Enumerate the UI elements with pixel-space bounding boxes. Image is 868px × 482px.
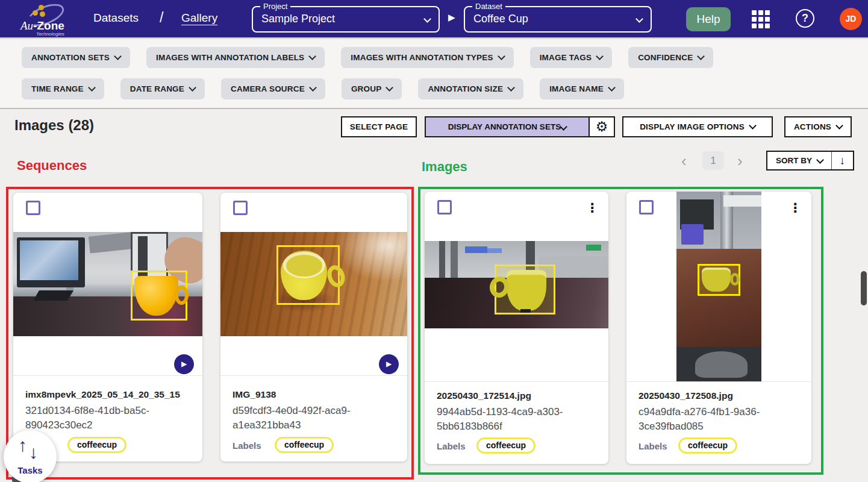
sequences-section-label: Sequences [17, 158, 87, 174]
bounding-box [276, 245, 340, 305]
project-select-value: Sample Project [261, 13, 335, 25]
sort-direction-icon[interactable]: ↓ [831, 152, 853, 169]
scene-laptop [33, 290, 73, 301]
display-annotation-sets-group: DISPLAY ANNOTATION SETS ⚙ [425, 116, 615, 137]
card-checkbox[interactable] [26, 201, 40, 215]
logo-wordmark: Au-Zone [20, 19, 64, 33]
bounding-box [698, 264, 740, 296]
coffee-cup [134, 276, 178, 316]
filter-camera-source[interactable]: CAMERA SOURCE [221, 78, 325, 99]
filter-row-1: ANNOTATION SETS IMAGES WITH ANNOTATION L… [22, 47, 713, 68]
select-page-button[interactable]: SELECT PAGE [341, 116, 417, 137]
filter-annotation-size[interactable]: ANNOTATION SIZE [418, 78, 523, 99]
project-select[interactable]: Project Sample Project [252, 6, 440, 33]
chevron-down-icon [608, 84, 616, 92]
scene-glare [336, 232, 407, 282]
arrow-down-icon: ↓ [29, 442, 38, 463]
filter-image-name[interactable]: IMAGE NAME [540, 78, 624, 99]
filter-images-with-annotation-labels[interactable]: IMAGES WITH ANNOTATION LABELS [146, 47, 325, 68]
card-uuid: c94a9dfa-a276-4fb1-9a36-3ce39fbad085 [639, 405, 800, 434]
card-checkbox[interactable] [437, 200, 452, 214]
dataset-select-value: Coffee Cup [473, 13, 528, 25]
thumbnail-image[interactable] [676, 192, 761, 381]
card-title: 20250430_172508.jpg [639, 390, 733, 401]
dataset-select[interactable]: Dataset Coffee Cup [464, 6, 652, 33]
sequence-card[interactable]: ▶ imx8mpevk_2025_05_14_20_35_15 321d0134… [13, 193, 202, 462]
chevron-down-icon [88, 84, 96, 92]
chevron-down-icon [698, 52, 705, 60]
actions-button[interactable]: ACTIONS [784, 116, 852, 137]
chevron-down-icon [498, 52, 505, 60]
filter-bar: ANNOTATION SETS IMAGES WITH ANNOTATION L… [0, 40, 868, 109]
card-uuid: 321d0134-6f8e-41db-ba5c-890423c30ec2 [25, 404, 192, 433]
breadcrumb-gallery[interactable]: Gallery [181, 11, 217, 25]
chevron-down-icon [423, 15, 431, 23]
play-icon[interactable]: ▶ [379, 354, 399, 374]
label-chip[interactable]: coffeecup [678, 437, 737, 454]
chevron-down-icon [386, 84, 394, 92]
image-card[interactable]: ⋮ 20250430_172514.jpg 9944ab5d-1193-4ca9… [425, 192, 608, 464]
logo-dot-icon [33, 10, 38, 16]
filter-group[interactable]: GROUP [342, 78, 402, 99]
help-button[interactable]: Help [686, 7, 731, 31]
display-annotation-sets-button[interactable]: DISPLAY ANNOTATION SETS [426, 117, 589, 136]
labels-label: Labels [233, 440, 261, 451]
filter-date-range[interactable]: DATE RANGE [120, 78, 205, 99]
gear-icon[interactable]: ⚙ [589, 117, 614, 136]
breadcrumb-datasets[interactable]: Datasets [93, 11, 139, 25]
card-title: imx8mpevk_2025_05_14_20_35_15 [25, 389, 180, 400]
help-circle-icon[interactable]: ? [796, 9, 814, 28]
top-navbar: Au-Zone Technologies Datasets / Gallery … [0, 0, 868, 39]
bounding-box [495, 264, 555, 315]
logo-dot-icon [40, 11, 45, 17]
scrollbar-thumb[interactable] [861, 271, 867, 305]
page-title: Images (28) [14, 117, 94, 134]
card-title: IMG_9138 [233, 389, 276, 400]
sort-by-button[interactable]: SORT BY [767, 152, 831, 169]
card-divider [220, 375, 407, 376]
coffee-cup-handle [730, 273, 740, 286]
dataset-expand-arrow-icon[interactable]: ▶ [448, 12, 455, 23]
label-chip[interactable]: coffeecup [275, 437, 334, 453]
thumbnail-image[interactable] [220, 232, 407, 336]
chevron-down-icon [114, 52, 122, 60]
kebab-menu-icon[interactable]: ⋮ [582, 198, 602, 218]
chevron-down-icon [596, 52, 604, 60]
dataset-select-label: Dataset [472, 2, 505, 11]
filter-image-tags[interactable]: IMAGE TAGS [530, 47, 613, 68]
card-checkbox[interactable] [233, 201, 248, 215]
card-divider [425, 381, 608, 382]
thumbnail-image[interactable] [425, 241, 608, 328]
user-avatar[interactable]: JD [840, 8, 862, 30]
scene-post [451, 241, 458, 278]
display-image-options-button[interactable]: DISPLAY IMAGE OPTIONS [622, 116, 773, 137]
scene-monitor-screen [20, 240, 78, 280]
scene-blue-bin [681, 224, 704, 245]
filter-confidence[interactable]: CONFIDENCE [628, 47, 713, 68]
label-chip[interactable]: coffeecup [476, 437, 535, 454]
scene-chair [695, 351, 748, 378]
apps-grid-icon[interactable] [752, 10, 771, 30]
page-number[interactable]: 1 [702, 151, 724, 170]
bounding-box [131, 271, 187, 321]
play-icon[interactable]: ▶ [174, 354, 194, 374]
kebab-menu-icon[interactable]: ⋮ [785, 198, 805, 218]
label-chip[interactable]: coffeecup [67, 437, 126, 453]
sequence-card[interactable]: ▶ IMG_9138 d59fcdf3-4e0d-492f-aca9-a1ea3… [220, 193, 407, 462]
card-checkbox[interactable] [639, 200, 654, 214]
filter-annotation-sets[interactable]: ANNOTATION SETS [22, 47, 130, 68]
prev-page-icon[interactable]: ‹ [681, 152, 687, 170]
auzone-logo[interactable]: Au-Zone Technologies [10, 1, 82, 37]
chevron-down-icon [749, 122, 757, 130]
thumbnail-image[interactable] [13, 232, 202, 336]
logo-subtitle: Technologies [36, 31, 64, 37]
filter-time-range[interactable]: TIME RANGE [22, 78, 104, 99]
tasks-button[interactable]: ↑ ↓ Tasks [4, 430, 57, 482]
next-page-icon[interactable]: › [737, 152, 743, 170]
chevron-down-icon [635, 15, 643, 23]
chevron-down-icon [189, 84, 196, 92]
project-select-label: Project [260, 2, 290, 11]
image-card[interactable]: ⋮ 20250430_172508.jpg c94a9dfa-a276-4fb1… [626, 192, 811, 464]
filter-images-with-annotation-types[interactable]: IMAGES WITH ANNOTATION TYPES [341, 47, 513, 68]
filter-row-2: TIME RANGE DATE RANGE CAMERA SOURCE GROU… [22, 78, 624, 99]
